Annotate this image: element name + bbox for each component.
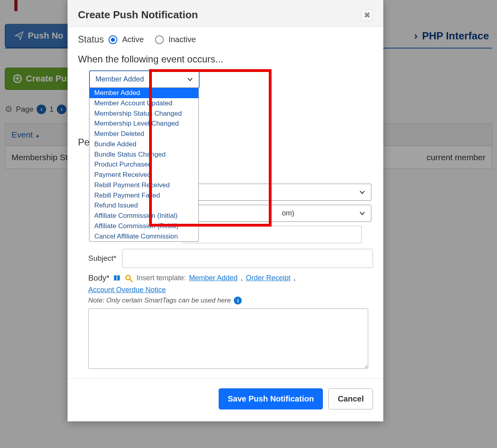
column-event-label: Event	[12, 130, 33, 139]
subject-row: Subject*	[88, 249, 373, 268]
book-icon[interactable]	[113, 274, 121, 283]
smarttags-note: Note: Only certain SmartTags can be used…	[88, 297, 373, 304]
php-link-label: PHP Interface	[422, 30, 489, 42]
event-dropdown[interactable]: Member AddedMember Account UpdatedMember…	[89, 87, 199, 242]
event-option[interactable]: Bundle Status Changed	[89, 149, 198, 160]
search-icon[interactable]	[124, 274, 133, 283]
chevron-right-icon: ›	[414, 30, 418, 42]
event-option[interactable]: Member Added	[89, 88, 198, 98]
save-button-label: Save Push Notification	[228, 394, 314, 403]
chevron-down-icon	[359, 210, 365, 217]
push-notifications-tab[interactable]: Push No	[5, 24, 73, 48]
template-link-overdue[interactable]: Account Overdue Notice	[88, 286, 166, 294]
event-select[interactable]: Member Added	[89, 70, 200, 88]
perform-section-heading: Pe	[78, 137, 89, 148]
body-textarea[interactable]	[88, 308, 368, 369]
event-option[interactable]: Membership Level Changed	[89, 118, 198, 129]
page-next-icon[interactable]: ›	[57, 105, 66, 114]
event-select-value: Member Added	[95, 75, 144, 83]
status-row: Status Active Inactive	[78, 34, 373, 45]
event-select-wrap: Member Added Member AddedMember Account …	[89, 70, 200, 88]
event-option[interactable]: Payment Received	[89, 170, 198, 180]
template-link-member-added[interactable]: Member Added	[189, 274, 237, 282]
cancel-button[interactable]: Cancel	[328, 388, 373, 409]
page-prev-icon[interactable]: ‹	[37, 105, 46, 114]
row-event-text: Membership Sta	[12, 153, 72, 162]
cc-input[interactable]	[182, 226, 362, 243]
event-option[interactable]: Refund Issued	[89, 200, 198, 211]
note-text: Note: Only certain SmartTags can be used…	[88, 297, 231, 304]
modal-title: Create Push Notification	[78, 9, 198, 21]
template-link-order-receipt[interactable]: Order Receipt	[246, 274, 291, 282]
svg-line-1	[130, 279, 132, 281]
info-icon[interactable]: i	[234, 297, 242, 304]
event-option[interactable]: Membership Status Changed	[89, 109, 198, 119]
status-inactive-label: Inactive	[169, 35, 196, 44]
chevron-down-icon	[187, 76, 193, 83]
body-label: Body*	[88, 273, 109, 283]
page-label: Page	[16, 105, 33, 114]
create-push-modal: Create Push Notification ✖ Status Active…	[68, 0, 383, 421]
row-event-right: current member	[427, 153, 485, 162]
body-label-row: Body* Insert template: Member Added, Ord…	[88, 273, 373, 294]
event-option[interactable]: Cancel Affiliate Commission	[89, 231, 198, 242]
event-option[interactable]: Rebill Payment Failed	[89, 190, 198, 201]
sort-asc-icon: ▲	[35, 133, 40, 138]
modal-header: Create Push Notification ✖	[68, 0, 383, 27]
pagination-row: ⚙ Page ‹ 1 › o	[5, 104, 74, 114]
modal-footer: Save Push Notification Cancel	[68, 378, 383, 421]
close-button[interactable]: ✖	[361, 9, 373, 21]
event-option[interactable]: Bundle Added	[89, 139, 198, 149]
insert-template-label: Insert template:	[136, 274, 186, 282]
cancel-button-label: Cancel	[338, 394, 364, 403]
event-section-heading: When the following event occurs...	[78, 54, 373, 65]
paper-plane-icon	[14, 31, 24, 41]
subject-label: Subject*	[88, 254, 116, 263]
save-button[interactable]: Save Push Notification	[219, 388, 323, 409]
status-label: Status	[78, 34, 104, 45]
event-option[interactable]: Rebill Payment Received	[89, 180, 198, 190]
subject-input[interactable]	[122, 249, 373, 268]
page-number: 1	[49, 105, 54, 114]
event-option[interactable]: Product Purchased	[89, 159, 198, 170]
modal-body: Status Active Inactive When the followin…	[68, 27, 383, 378]
status-inactive-radio[interactable]	[155, 35, 164, 44]
from-select-value: om)	[282, 209, 294, 217]
event-option[interactable]: Affiliate Commission (Rebill)	[89, 221, 198, 231]
status-active-radio[interactable]	[109, 35, 117, 44]
close-icon: ✖	[364, 10, 371, 20]
chevron-down-icon	[359, 189, 365, 196]
status-active-label: Active	[122, 35, 144, 44]
gear-icon[interactable]: ⚙	[5, 104, 13, 114]
push-tab-label: Push No	[28, 31, 63, 41]
event-option[interactable]: Member Account Updated	[89, 98, 198, 109]
event-option[interactable]: Member Deleted	[89, 129, 198, 139]
php-interface-link[interactable]: › PHP Interface	[411, 24, 493, 48]
plus-circle-icon: +	[13, 74, 22, 83]
event-option[interactable]: Affiliate Commission (Initial)	[89, 211, 198, 221]
accent-bar	[14, 0, 17, 11]
